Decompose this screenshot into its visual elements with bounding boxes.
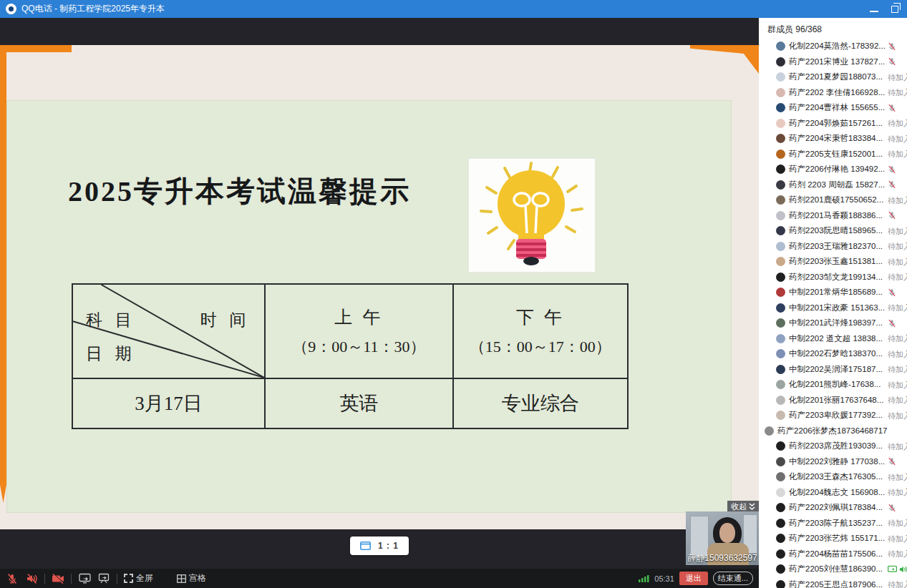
waiting-to-join-label: 待加入 bbox=[888, 72, 907, 82]
ratio-label: 1 : 1 bbox=[378, 541, 399, 551]
lightbulb-image bbox=[469, 159, 595, 272]
member-status: 待加入 bbox=[888, 303, 907, 313]
member-name: 中制2201宋政豪 151363... bbox=[789, 303, 885, 313]
member-avatar bbox=[776, 119, 785, 128]
member-row[interactable]: 化制2203王森杰176305...待加入 bbox=[759, 469, 907, 485]
member-row[interactable]: 药产2202刘佩琪178384... bbox=[759, 500, 907, 516]
member-status: 待加入 bbox=[888, 225, 907, 236]
ratio-1-1-button[interactable]: 1 : 1 bbox=[350, 536, 409, 555]
exit-button[interactable]: 退出 bbox=[679, 572, 708, 585]
member-row[interactable]: 药产2203陈子航135237...待加入 bbox=[759, 516, 907, 531]
muted-mic-icon bbox=[888, 457, 896, 466]
end-call-button[interactable]: 结束通... bbox=[713, 572, 753, 585]
member-row[interactable]: 药剂2203阮思晴158965...待加入 bbox=[759, 223, 907, 239]
member-row[interactable]: 药产2204郭焕茹157261...待加入 bbox=[759, 116, 907, 132]
member-status bbox=[888, 104, 896, 112]
member-name: 药剂2201鹿硕17550652... bbox=[789, 195, 883, 205]
member-name: 药剂2203王瑞雅182370... bbox=[789, 241, 883, 252]
member-row[interactable]: 药产2203卑欣媛177392...待加入 bbox=[759, 408, 907, 423]
member-avatar bbox=[776, 226, 785, 235]
mic-muted-icon[interactable] bbox=[6, 573, 19, 584]
member-name: 化制2203王森杰176305... bbox=[789, 471, 883, 482]
grid-icon bbox=[177, 574, 186, 583]
member-row[interactable]: 药剂2203邹文龙199134...待加入 bbox=[759, 270, 907, 285]
member-row[interactable]: 化制2204魏志文 156908...待加入 bbox=[759, 485, 907, 501]
member-row[interactable]: 药产2206付琳艳 139492... bbox=[759, 162, 907, 177]
waiting-to-join-label: 待加入 bbox=[888, 379, 907, 390]
slide-title: 2025专升本考试温馨提示 bbox=[68, 172, 411, 211]
member-row[interactable]: 药产2203张艺炜 155171...待加入 bbox=[759, 531, 907, 547]
member-avatar bbox=[776, 396, 785, 405]
member-list: 化制2204莫浩然-178392...药产2201宋博业 137827...药产… bbox=[759, 39, 907, 588]
presenter-video-thumbnail[interactable]: 薛静15093632597 bbox=[686, 511, 759, 565]
member-row[interactable]: 药剂 2203 周朝磊 15827... bbox=[759, 177, 907, 193]
member-avatar bbox=[776, 534, 785, 543]
member-name: 药产2203卑欣媛177392... bbox=[789, 410, 883, 421]
member-row[interactable]: 药剂2203席茂胜193039...待加入 bbox=[759, 438, 907, 454]
waiting-to-join-label: 待加入 bbox=[888, 348, 907, 359]
member-name: 药产2204郭焕茹157261... bbox=[789, 118, 883, 129]
member-row[interactable]: 中制2202石梦晗138370...待加入 bbox=[759, 346, 907, 362]
member-name: 药产2204杨苗苗175506... bbox=[789, 549, 883, 559]
member-row[interactable]: 药产2202 李佳倩166928...待加入 bbox=[759, 85, 907, 101]
member-status: 待加入 bbox=[888, 410, 907, 421]
grid-label: 宫格 bbox=[189, 572, 206, 584]
member-name: 药产2204宋秉哲183384... bbox=[789, 133, 883, 144]
member-row[interactable]: 药剂2203张玉鑫151381...待加入 bbox=[759, 254, 907, 270]
member-row[interactable]: 中制2201常炳华185689... bbox=[759, 285, 907, 300]
toolbar-divider bbox=[71, 574, 72, 584]
member-row[interactable]: 中制2201宋政豪 151363...待加入 bbox=[759, 300, 907, 316]
member-row[interactable]: 中制2202 道文超 13838...待加入 bbox=[759, 331, 907, 347]
fullscreen-label: 全屏 bbox=[136, 572, 153, 584]
waiting-to-join-label: 待加入 bbox=[888, 149, 907, 160]
screen-share-icon[interactable] bbox=[78, 573, 91, 584]
member-row[interactable]: 药产2205王思点187906...待加入 bbox=[759, 577, 907, 588]
fullscreen-button[interactable]: 全屏 bbox=[124, 572, 153, 584]
member-status: 待加入 bbox=[888, 241, 907, 252]
member-name: 化制2204莫浩然-178392... bbox=[789, 41, 886, 52]
member-avatar bbox=[776, 365, 785, 374]
whiteboard-icon[interactable] bbox=[97, 573, 110, 584]
restore-window-icon[interactable] bbox=[891, 6, 898, 13]
member-row[interactable]: 药产2201夏梦园188073...待加入 bbox=[759, 69, 907, 85]
speaker-muted-icon[interactable] bbox=[25, 573, 38, 584]
member-name: 化制2201熊凯峰-17638... bbox=[789, 379, 881, 390]
member-row[interactable]: 中制2201武洋烽198397... bbox=[759, 315, 907, 331]
member-avatar bbox=[776, 103, 785, 112]
slide-decor-orange-strip bbox=[0, 45, 6, 503]
member-row[interactable]: 药剂2201鹿硕17550652...待加入 bbox=[759, 192, 907, 208]
member-row[interactable]: 药产2206张梦杰18736468717 bbox=[759, 423, 907, 439]
waiting-to-join-label: 待加入 bbox=[888, 487, 907, 498]
grid-view-button[interactable]: 宫格 bbox=[177, 572, 206, 584]
waiting-to-join-label: 待加入 bbox=[888, 133, 907, 144]
member-avatar bbox=[776, 318, 785, 328]
member-row[interactable]: 药产2205刘佳慧186390... bbox=[759, 562, 907, 577]
waiting-to-join-label: 待加入 bbox=[888, 549, 907, 559]
member-row[interactable]: 化制2201熊凯峰-17638...待加入 bbox=[759, 377, 907, 393]
member-row[interactable]: 中制2202刘雅静 177038... bbox=[759, 454, 907, 470]
member-row[interactable]: 药产2205支钰康152001...待加入 bbox=[759, 147, 907, 162]
member-avatar bbox=[765, 426, 774, 436]
member-status: 待加入 bbox=[888, 441, 907, 451]
member-row[interactable]: 药产2204杨苗苗175506...待加入 bbox=[759, 547, 907, 562]
member-row[interactable]: 化制2201张丽17637648...待加入 bbox=[759, 393, 907, 408]
member-row[interactable]: 药剂2201马香颖188386... bbox=[759, 208, 907, 224]
member-avatar bbox=[776, 195, 785, 205]
member-row[interactable]: 药产2204曹祥林 155655... bbox=[759, 100, 907, 116]
member-avatar bbox=[776, 150, 785, 159]
waiting-to-join-label: 待加入 bbox=[888, 272, 907, 283]
member-name: 药产2205刘佳慧186390... bbox=[789, 564, 883, 574]
waiting-to-join-label: 待加入 bbox=[888, 303, 907, 313]
minimize-icon[interactable] bbox=[870, 11, 878, 12]
member-avatar bbox=[776, 349, 785, 358]
member-name: 药产2201夏梦园188073... bbox=[789, 72, 883, 82]
camera-muted-icon[interactable] bbox=[52, 573, 64, 584]
member-row[interactable]: 药产2204宋秉哲183384...待加入 bbox=[759, 131, 907, 147]
member-row[interactable]: 药产2201宋博业 137827... bbox=[759, 54, 907, 70]
member-row[interactable]: 中制2202吴润泽175187...待加入 bbox=[759, 362, 907, 378]
member-name: 药产2202刘佩琪178384... bbox=[789, 502, 883, 513]
member-row[interactable]: 化制2204莫浩然-178392... bbox=[759, 39, 907, 54]
member-name: 药剂2203阮思晴158965... bbox=[789, 225, 883, 236]
member-row[interactable]: 药剂2203王瑞雅182370...待加入 bbox=[759, 239, 907, 255]
member-name: 中制2201武洋烽198397... bbox=[789, 318, 883, 328]
